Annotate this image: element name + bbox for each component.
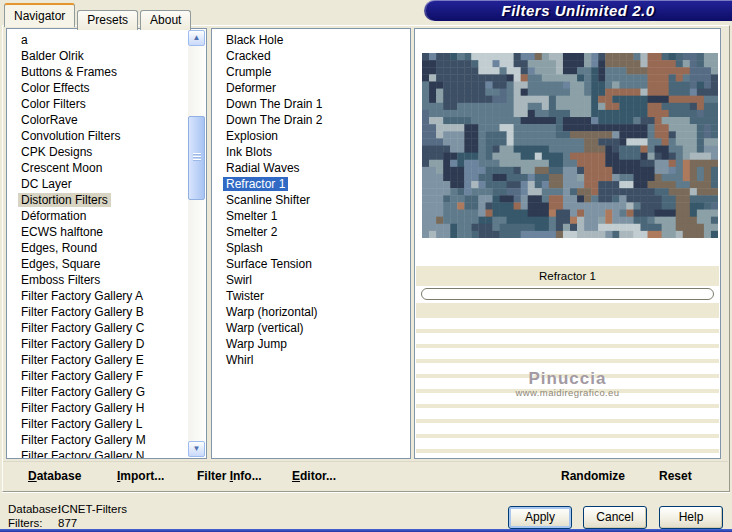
list-item[interactable]: Smelter 2 [212, 224, 410, 240]
list-item[interactable]: Ink Blots [212, 144, 410, 160]
list-item[interactable]: Filter Factory Gallery H [7, 400, 188, 416]
list-item[interactable]: Warp (horizontal) [212, 304, 410, 320]
list-item[interactable]: Filter Factory Gallery L [7, 416, 188, 432]
list-item[interactable]: Filter Factory Gallery M [7, 432, 188, 448]
category-list[interactable]: aBalder OlrikButtons & FramesColor Effec… [6, 28, 207, 459]
preview-caption: Refractor 1 [539, 270, 596, 282]
database-value: ICNET-Filters [58, 503, 127, 515]
list-item[interactable]: Balder Olrik [7, 48, 188, 64]
tab-about[interactable]: About [140, 10, 191, 30]
preview-panel: Refractor 1 Pinuccia www.maidiregrafico.… [414, 28, 721, 459]
list-item[interactable]: Filter Factory Gallery B [7, 304, 188, 320]
list-item[interactable]: Edges, Round [7, 240, 188, 256]
filters-unlimited-dialog: Navigator Presets About Filters Unlimite… [0, 0, 732, 532]
list-item[interactable]: Crescent Moon [7, 160, 188, 176]
list-item[interactable]: Crumple [212, 64, 410, 80]
database-label: Database: [8, 503, 60, 515]
list-item[interactable]: Down The Drain 2 [212, 112, 410, 128]
list-item[interactable]: Smelter 1 [212, 208, 410, 224]
list-item[interactable]: Edges, Square [7, 256, 188, 272]
randomize-button[interactable]: Randomize [561, 462, 625, 491]
category-rows: aBalder OlrikButtons & FramesColor Effec… [7, 32, 188, 459]
cancel-button[interactable]: Cancel [583, 506, 647, 529]
scroll-down-button[interactable]: ▼ [188, 441, 205, 457]
list-item[interactable]: Warp (vertical) [212, 320, 410, 336]
preview-image[interactable] [422, 53, 718, 238]
list-item[interactable]: Color Effects [7, 80, 188, 96]
bottom-toolbar: Database Import... Filter Info... Editor… [3, 461, 728, 491]
down-arrow-icon: ▼ [193, 444, 201, 453]
up-arrow-icon: ▲ [193, 33, 201, 42]
list-item[interactable]: Splash [212, 240, 410, 256]
list-item[interactable]: Convolution Filters [7, 128, 188, 144]
list-item[interactable]: Emboss Filters [7, 272, 188, 288]
preview-progress-bar[interactable] [421, 288, 714, 300]
list-item[interactable]: Filter Factory Gallery A [7, 288, 188, 304]
list-item[interactable]: Deformer [212, 80, 410, 96]
list-item[interactable]: Twister [212, 288, 410, 304]
import-button[interactable]: Import... [117, 462, 164, 491]
list-item[interactable]: Swirl [212, 272, 410, 288]
preview-caption-band: Refractor 1 [416, 266, 719, 286]
list-item[interactable]: ECWS halftone [7, 224, 188, 240]
filter-rows: Black HoleCrackedCrumpleDeformerDown The… [212, 32, 410, 368]
list-item[interactable]: Filter Factory Gallery E [7, 352, 188, 368]
thumb-grip-icon [193, 153, 201, 162]
list-item[interactable]: Filter Factory Gallery D [7, 336, 188, 352]
list-item[interactable]: Explosion [212, 128, 410, 144]
apply-button[interactable]: Apply [508, 506, 572, 529]
control-band [416, 303, 719, 318]
preview-mosaic-svg [422, 53, 718, 238]
filters-count-label: Filters: [8, 517, 43, 529]
app-title: Filters Unlimited 2.0 [501, 2, 654, 19]
list-item[interactable]: Warp Jump [212, 336, 410, 352]
list-item[interactable]: Surface Tension [212, 256, 410, 272]
list-item[interactable]: a [7, 32, 188, 48]
database-button[interactable]: Database [28, 462, 81, 491]
list-item[interactable]: Scanline Shifter [212, 192, 410, 208]
tab-navigator[interactable]: Navigator [4, 3, 75, 27]
reset-button[interactable]: Reset [659, 462, 692, 491]
list-item[interactable]: Whirl [212, 352, 410, 368]
list-item[interactable]: Filter Factory Gallery F [7, 368, 188, 384]
list-item[interactable]: Déformation [7, 208, 188, 224]
list-item[interactable]: Color Filters [7, 96, 188, 112]
list-item[interactable]: DC Layer [7, 176, 188, 192]
list-item[interactable]: Filter Factory Gallery C [7, 320, 188, 336]
list-item[interactable]: Distortion Filters [7, 192, 188, 208]
app-title-banner: Filters Unlimited 2.0 [424, 0, 732, 21]
filters-count-value: 877 [58, 517, 77, 529]
help-button[interactable]: Help [659, 506, 723, 529]
list-item[interactable]: ColorRave [7, 112, 188, 128]
watermark-url: www.maidiregrafico.eu [415, 387, 720, 398]
list-item[interactable]: Filter Factory Gallery G [7, 384, 188, 400]
scroll-up-button[interactable]: ▲ [188, 30, 205, 46]
list-item[interactable]: Black Hole [212, 32, 410, 48]
filter-list[interactable]: Black HoleCrackedCrumpleDeformerDown The… [211, 28, 411, 459]
list-item[interactable]: Buttons & Frames [7, 64, 188, 80]
watermark-name: Pinuccia [415, 369, 720, 389]
filter-info-button[interactable]: Filter Info... [197, 462, 262, 491]
list-item[interactable]: Down The Drain 1 [212, 96, 410, 112]
list-item[interactable]: CPK Designs [7, 144, 188, 160]
list-item[interactable]: Refractor 1 [212, 176, 410, 192]
editor-button[interactable]: Editor... [292, 462, 336, 491]
scrollbar-thumb[interactable] [188, 116, 205, 200]
tab-presets[interactable]: Presets [77, 10, 138, 30]
list-item[interactable]: Radial Waves [212, 160, 410, 176]
tab-strip: Navigator Presets About [4, 3, 193, 27]
list-item[interactable]: Cracked [212, 48, 410, 64]
category-scrollbar[interactable]: ▲ ▼ [188, 30, 205, 457]
list-item[interactable]: Filter Factory Gallery N [7, 448, 188, 459]
